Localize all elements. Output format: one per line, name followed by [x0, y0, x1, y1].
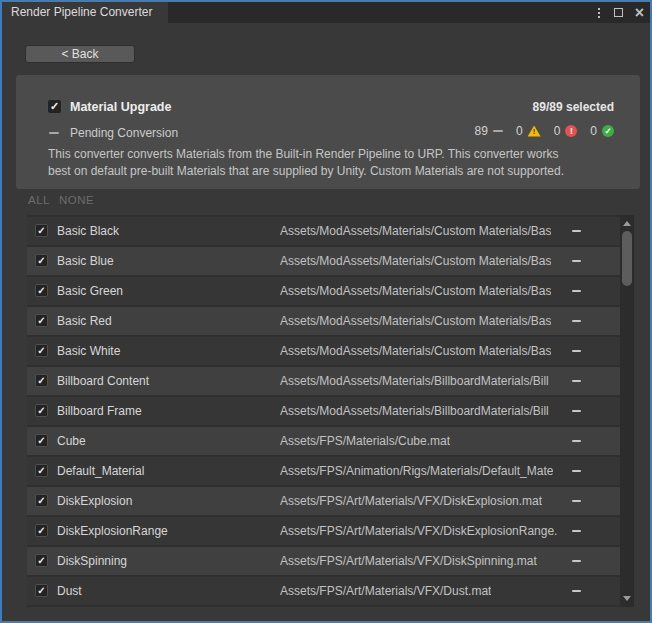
error-count: 0	[554, 124, 561, 138]
back-button[interactable]: < Back	[25, 45, 135, 63]
check-icon: ✓	[36, 314, 47, 327]
title-bar: Render Pipeline Converter ×	[2, 2, 650, 23]
material-path: Assets/ModAssets/Materials/BillboardMate…	[280, 367, 549, 395]
row-checkbox[interactable]: ✓	[35, 404, 48, 417]
material-name: Basic Red	[57, 307, 112, 335]
material-name: DiskSpinning	[57, 547, 127, 575]
render-pipeline-converter-window: Render Pipeline Converter × < Back ✓ Mat…	[0, 0, 652, 623]
row-checkbox[interactable]: ✓	[35, 584, 48, 597]
check-icon: ✓	[36, 404, 47, 417]
check-icon: ✓	[36, 554, 47, 567]
pending-status-icon	[572, 320, 581, 322]
warning-icon: !	[528, 126, 541, 137]
check-icon: ✓	[36, 344, 47, 357]
material-name: Dust	[57, 577, 82, 605]
material-path: Assets/FPS/Art/Materials/VFX/DiskExplosi…	[280, 487, 542, 515]
pending-status-icon	[572, 410, 581, 412]
pending-status-icon	[572, 530, 581, 532]
pending-status-icon	[572, 260, 581, 262]
scroll-down-icon[interactable]	[623, 596, 631, 601]
row-checkbox[interactable]: ✓	[35, 224, 48, 237]
pending-status-icon	[572, 380, 581, 382]
window-tab[interactable]: Render Pipeline Converter	[2, 2, 168, 23]
scroll-up-icon[interactable]	[623, 221, 631, 226]
table-row[interactable]: ✓ Dust Assets/FPS/Art/Materials/VFX/Dust…	[27, 577, 620, 605]
pending-icon	[493, 130, 503, 132]
table-row[interactable]: ✓ Basic White Assets/ModAssets/Materials…	[27, 337, 620, 365]
error-icon: !	[565, 125, 577, 137]
material-path: Assets/FPS/Art/Materials/VFX/DiskExplosi…	[280, 517, 557, 545]
check-icon: ✓	[36, 584, 47, 597]
scrollbar-thumb[interactable]	[622, 231, 632, 286]
success-count: 0	[590, 124, 597, 138]
material-name: Billboard Frame	[57, 397, 142, 425]
close-icon[interactable]: ×	[635, 6, 644, 20]
check-icon: ✓	[36, 224, 47, 237]
row-checkbox[interactable]: ✓	[35, 314, 48, 327]
maximize-icon[interactable]	[614, 8, 623, 17]
material-name: Billboard Content	[57, 367, 149, 395]
row-checkbox[interactable]: ✓	[35, 524, 48, 537]
warning-count: 0	[516, 124, 523, 138]
converter-checkbox[interactable]: ✓	[47, 99, 62, 114]
row-checkbox[interactable]: ✓	[35, 284, 48, 297]
material-path: Assets/FPS/Art/Materials/VFX/DiskSpinnin…	[280, 547, 537, 575]
row-checkbox[interactable]: ✓	[35, 344, 48, 357]
check-icon: ✓	[36, 524, 47, 537]
check-icon: ✓	[36, 434, 47, 447]
material-name: DiskExplosionRange	[57, 517, 168, 545]
select-all-button[interactable]: ALL	[28, 194, 50, 206]
table-row[interactable]: ✓ DiskSpinning Assets/FPS/Art/Materials/…	[27, 547, 620, 575]
material-path: Assets/ModAssets/Materials/Custom Materi…	[280, 247, 551, 275]
table-row[interactable]: ✓ Basic Red Assets/ModAssets/Materials/C…	[27, 307, 620, 335]
row-checkbox[interactable]: ✓	[35, 254, 48, 267]
material-path: Assets/FPS/Materials/Cube.mat	[280, 427, 450, 455]
list-scrollbar[interactable]	[620, 215, 634, 607]
check-icon: ✓	[48, 99, 61, 114]
table-row[interactable]: ✓ DiskExplosionRange Assets/FPS/Art/Mate…	[27, 517, 620, 545]
pending-status-icon	[572, 290, 581, 292]
check-icon: ✓	[36, 254, 47, 267]
pending-status-icon	[572, 560, 581, 562]
description-line-1: This converter converts Materials from t…	[48, 146, 614, 163]
table-row[interactable]: ✓ DiskExplosion Assets/FPS/Art/Materials…	[27, 487, 620, 515]
material-name: Basic Blue	[57, 247, 114, 275]
material-path: Assets/FPS/Art/Materials/VFX/Dust.mat	[280, 577, 491, 605]
table-row[interactable]: ✓ Cube Assets/FPS/Materials/Cube.mat	[27, 427, 620, 455]
material-path: Assets/ModAssets/Materials/Custom Materi…	[280, 217, 551, 245]
table-row[interactable]: ✓ Billboard Content Assets/ModAssets/Mat…	[27, 367, 620, 395]
check-icon: ✓	[36, 494, 47, 507]
material-name: Basic Black	[57, 217, 119, 245]
row-checkbox[interactable]: ✓	[35, 374, 48, 387]
row-checkbox[interactable]: ✓	[35, 464, 48, 477]
row-checkbox[interactable]: ✓	[35, 494, 48, 507]
row-checkbox[interactable]: ✓	[35, 434, 48, 447]
row-checkbox[interactable]: ✓	[35, 554, 48, 567]
converter-panel[interactable]: ✓ Material Upgrade 89/89 selected Pendin…	[16, 75, 640, 189]
table-row[interactable]: ✓ Basic Blue Assets/ModAssets/Materials/…	[27, 247, 620, 275]
pending-status-icon	[572, 230, 581, 232]
material-name: Default_Material	[57, 457, 144, 485]
table-row[interactable]: ✓ Basic Green Assets/ModAssets/Materials…	[27, 277, 620, 305]
check-icon: ✓	[36, 284, 47, 297]
material-path: Assets/ModAssets/Materials/Custom Materi…	[280, 307, 551, 335]
pending-status-icon	[572, 470, 581, 472]
table-row[interactable]: ✓ Billboard Frame Assets/ModAssets/Mater…	[27, 397, 620, 425]
pending-status-icon	[572, 440, 581, 442]
material-name: DiskExplosion	[57, 487, 132, 515]
table-row[interactable]: ✓ Basic Black Assets/ModAssets/Materials…	[27, 217, 620, 245]
table-row[interactable]: ✓ Default_Material Assets/FPS/Animation/…	[27, 457, 620, 485]
pending-icon	[49, 132, 59, 134]
material-name: Basic White	[57, 337, 120, 365]
material-name: Cube	[57, 427, 86, 455]
material-path: Assets/ModAssets/Materials/BillboardMate…	[280, 397, 549, 425]
status-counts: 89 0 ! 0 ! 0 ✓	[475, 124, 614, 138]
converter-title: Material Upgrade	[70, 100, 171, 114]
success-icon: ✓	[602, 125, 614, 137]
kebab-menu-icon[interactable]	[596, 6, 602, 20]
description-line-2: best on default pre-built Materials that…	[48, 163, 614, 180]
material-path: Assets/ModAssets/Materials/Custom Materi…	[280, 277, 551, 305]
select-none-button[interactable]: NONE	[59, 194, 94, 206]
check-icon: ✓	[36, 464, 47, 477]
pending-conversion-label: Pending Conversion	[70, 126, 178, 140]
